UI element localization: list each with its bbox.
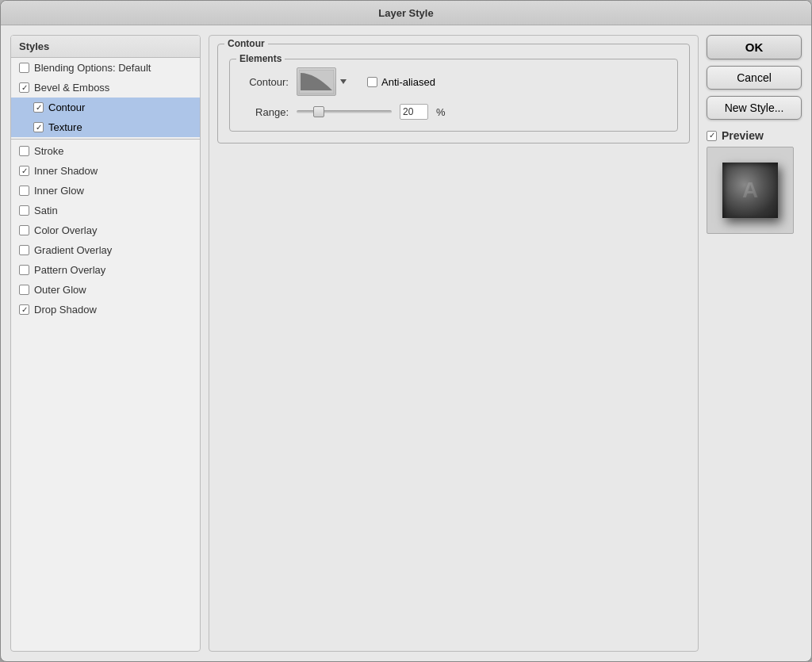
color-overlay-checkbox[interactable]	[19, 225, 29, 235]
blending-options-checkbox[interactable]	[19, 63, 29, 73]
drop-shadow-label: Drop Shadow	[34, 304, 97, 316]
inner-glow-checkbox[interactable]	[19, 186, 29, 196]
preview-label: Preview	[722, 129, 764, 142]
left-panel: Styles Blending Options: Default Bevel &…	[10, 35, 201, 652]
dialog-title: Layer Style	[378, 7, 433, 19]
contour-row: Contour:	[241, 67, 666, 96]
preview-checkbox[interactable]	[707, 131, 717, 141]
sidebar-item-contour[interactable]: Contour	[11, 98, 200, 117]
sidebar-item-stroke[interactable]: Stroke	[11, 141, 200, 161]
contour-group-box: Contour Elements Contour:	[217, 44, 690, 143]
sidebar-item-inner-shadow[interactable]: Inner Shadow	[11, 161, 200, 181]
contour-label: Contour	[48, 101, 85, 113]
color-overlay-label: Color Overlay	[34, 224, 97, 236]
stroke-checkbox[interactable]	[19, 146, 29, 156]
dialog-body: Styles Blending Options: Default Bevel &…	[1, 25, 811, 661]
range-slider-input[interactable]	[297, 110, 392, 113]
pattern-overlay-checkbox[interactable]	[19, 265, 29, 275]
preview-thumbnail: A	[722, 163, 778, 218]
ok-button[interactable]: OK	[707, 35, 802, 59]
right-panel: OK Cancel New Style... Preview A	[707, 35, 802, 652]
outer-glow-label: Outer Glow	[34, 284, 86, 296]
main-content: Contour Elements Contour:	[209, 35, 699, 652]
inner-shadow-checkbox[interactable]	[19, 166, 29, 176]
sidebar-item-color-overlay[interactable]: Color Overlay	[11, 220, 200, 240]
cancel-button[interactable]: Cancel	[707, 66, 802, 90]
contour-field-label: Contour:	[241, 76, 289, 88]
range-value-input[interactable]	[400, 104, 428, 120]
range-field-label: Range:	[241, 106, 289, 118]
elements-sub-group: Elements Contour:	[229, 59, 678, 132]
sidebar-item-blending-options[interactable]: Blending Options: Default	[11, 58, 200, 78]
sidebar-item-texture[interactable]: Texture	[11, 117, 200, 137]
anti-alias-checkbox[interactable]	[367, 77, 377, 87]
satin-label: Satin	[34, 205, 58, 216]
sidebar-item-inner-glow[interactable]: Inner Glow	[11, 181, 200, 201]
texture-checkbox[interactable]	[33, 122, 44, 132]
preview-letter: A	[742, 178, 758, 203]
sidebar-item-satin[interactable]: Satin	[11, 201, 200, 220]
bevel-emboss-checkbox[interactable]	[19, 82, 29, 93]
new-style-button[interactable]: New Style...	[707, 96, 802, 120]
sub-group-title: Elements	[236, 53, 285, 64]
inner-shadow-label: Inner Shadow	[34, 165, 98, 177]
pattern-overlay-label: Pattern Overlay	[34, 264, 105, 276]
texture-label: Texture	[48, 121, 82, 133]
outer-glow-checkbox[interactable]	[19, 285, 29, 295]
inner-glow-label: Inner Glow	[34, 185, 84, 197]
title-bar: Layer Style	[1, 1, 811, 25]
group-box-title: Contour	[224, 38, 268, 49]
contour-curve-icon	[299, 70, 334, 94]
contour-dropdown-arrow-icon[interactable]	[340, 79, 347, 84]
bevel-emboss-label: Bevel & Emboss	[34, 82, 109, 94]
satin-checkbox[interactable]	[19, 205, 29, 216]
drop-shadow-checkbox[interactable]	[19, 304, 29, 315]
anti-alias-label: Anti-aliased	[381, 76, 435, 88]
sidebar-item-drop-shadow[interactable]: Drop Shadow	[11, 300, 200, 320]
sidebar-item-gradient-overlay[interactable]: Gradient Overlay	[11, 240, 200, 260]
stroke-label: Stroke	[34, 145, 64, 157]
sidebar-item-pattern-overlay[interactable]: Pattern Overlay	[11, 260, 200, 280]
anti-alias-row: Anti-aliased	[367, 76, 435, 88]
range-row: Range: %	[241, 104, 666, 120]
gradient-overlay-checkbox[interactable]	[19, 245, 29, 255]
sidebar-item-bevel-emboss[interactable]: Bevel & Emboss	[11, 78, 200, 98]
contour-preview-button[interactable]	[297, 67, 336, 96]
preview-box: A	[707, 147, 794, 234]
gradient-overlay-label: Gradient Overlay	[34, 244, 112, 256]
preview-section: Preview A	[707, 129, 802, 234]
layer-style-dialog: Layer Style Styles Blending Options: Def…	[0, 0, 812, 662]
separator-1	[11, 139, 200, 140]
percent-label: %	[436, 106, 446, 118]
contour-checkbox[interactable]	[33, 102, 44, 113]
sidebar-item-outer-glow[interactable]: Outer Glow	[11, 280, 200, 300]
blending-options-label: Blending Options: Default	[34, 62, 151, 74]
contour-picker-wrap	[297, 67, 347, 96]
preview-label-row: Preview	[707, 129, 802, 142]
left-panel-header: Styles	[11, 36, 200, 58]
